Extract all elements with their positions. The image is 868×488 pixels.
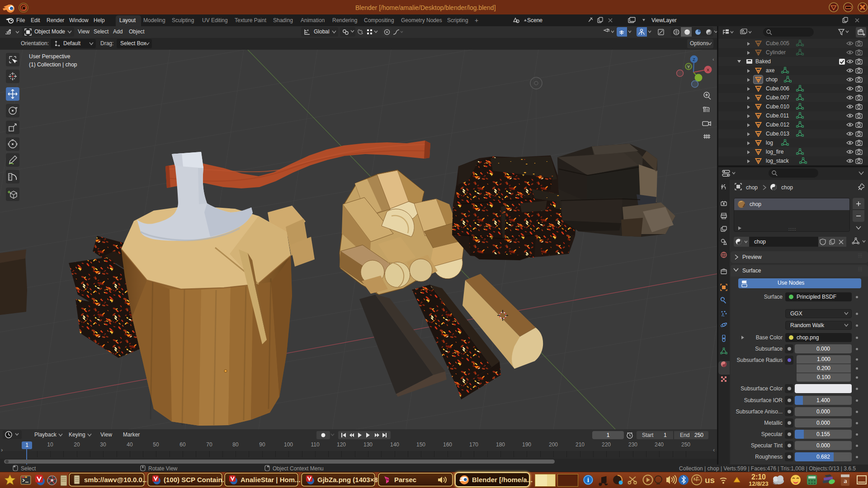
svg-text:X: X [707, 68, 709, 72]
svg-text:us: us [705, 475, 715, 485]
svg-text:i: i [587, 477, 589, 483]
svg-text:(1) Collection | chop: (1) Collection | chop [29, 61, 77, 68]
svg-text:a: a [844, 477, 847, 484]
svg-text:Z: Z [693, 57, 695, 62]
svg-text:‹: ‹ [712, 56, 714, 62]
svg-text:Y: Y [687, 65, 690, 69]
svg-text:User Perspective: User Perspective [29, 53, 71, 60]
